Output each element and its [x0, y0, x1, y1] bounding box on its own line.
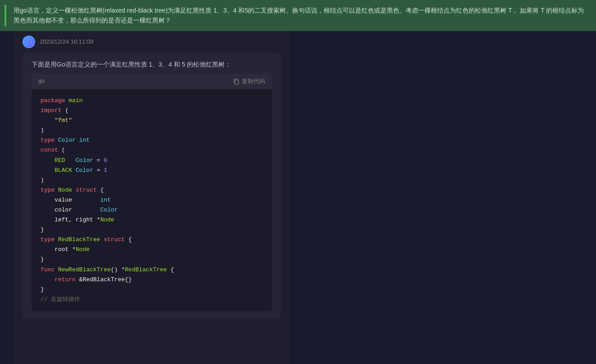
banner-text: 用go语言，定义一棵松弛红黑树(relaxed red-black tree)为…: [14, 7, 584, 24]
left-sidebar: [0, 31, 14, 364]
code-line: RED Color = 0: [41, 156, 263, 166]
code-line: // 左旋转操作: [41, 295, 263, 305]
svg-rect-1: [235, 80, 239, 84]
main-content: 2023/12/24 16:11:09 下面是用Go语言定义的一个满足红黑性质 …: [0, 31, 596, 364]
code-line: root *Node: [41, 245, 263, 255]
code-line: func NewRedBlackTree() *RedBlackTree {: [41, 265, 263, 275]
code-line: type Node struct {: [41, 185, 263, 195]
chat-area: 2023/12/24 16:11:09 下面是用Go语言定义的一个满足红黑性质 …: [14, 31, 290, 364]
code-content: package main import ( "fmt" ) type Color…: [32, 89, 272, 311]
code-line: ): [41, 175, 263, 185]
right-panel: [290, 31, 596, 364]
code-line: ): [41, 126, 263, 135]
question-banner: 用go语言，定义一棵松弛红黑树(relaxed red-black tree)为…: [0, 0, 596, 31]
code-line: }: [41, 225, 263, 235]
code-line: }: [41, 285, 263, 295]
code-line: color Color: [41, 205, 263, 215]
copy-icon: [233, 78, 239, 85]
code-line: return &RedBlackTree{}: [41, 275, 263, 285]
timestamp-bar: 2023/12/24 16:11:09: [14, 31, 290, 53]
copy-button[interactable]: 复制代码: [233, 77, 265, 85]
code-line: value int: [41, 195, 263, 205]
code-line: const (: [41, 145, 263, 155]
code-line: package main: [41, 96, 263, 106]
code-line: BLACK Color = 1: [41, 166, 263, 175]
code-line: type RedBlackTree struct {: [41, 235, 263, 245]
code-line: type Color int: [41, 135, 263, 145]
code-line: left, right *Node: [41, 215, 263, 225]
message-intro: 下面是用Go语言定义的一个满足红黑性质 1、3、4 和 5 的松弛红黑树：: [32, 59, 272, 69]
code-header: go 复制代码: [32, 74, 272, 89]
code-line: }: [41, 255, 263, 265]
code-line: "fmt": [41, 116, 263, 126]
copy-label: 复制代码: [242, 77, 265, 85]
code-line: import (: [41, 106, 263, 116]
code-lang: go: [38, 76, 45, 86]
timestamp: 2023/12/24 16:11:09: [40, 38, 93, 45]
avatar: [23, 36, 35, 48]
message-bubble: 下面是用Go语言定义的一个满足红黑性质 1、3、4 和 5 的松弛红黑树： go…: [23, 53, 281, 318]
code-block: go 复制代码 package main import ( "fmt" ) ty…: [32, 74, 272, 311]
